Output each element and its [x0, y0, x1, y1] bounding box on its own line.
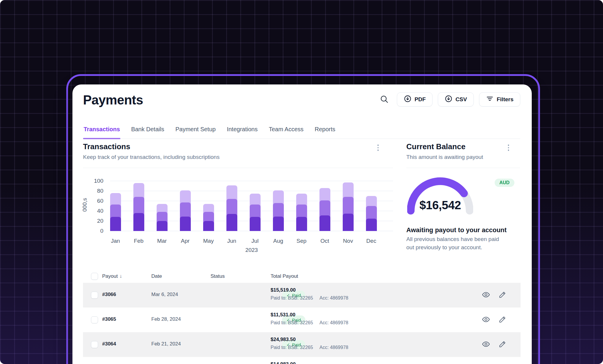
download-circle-icon	[445, 95, 453, 104]
table-row-3066[interactable]: #3066 Mar 6, 2024 ✓ Paid $15,519.00 Paid…	[83, 283, 521, 308]
pencil-icon	[499, 340, 506, 349]
bar-segment-tier-dark	[296, 217, 307, 231]
filter-lines-icon	[486, 95, 494, 104]
table-header: Payout ↓ Date Status Total Payout	[83, 271, 521, 283]
header-actions: PDF CSV Filters	[379, 92, 520, 107]
bar-jul[interactable]	[250, 181, 261, 231]
column-header-date[interactable]: Date	[151, 273, 162, 279]
total-payout-cell: $11,531.00 Paid to: BSB: 32265Acc: 48699…	[271, 312, 348, 325]
balance-description: All previous balances have been paid out…	[406, 235, 508, 252]
bar-segment-tier-dark	[366, 219, 377, 231]
edit-button[interactable]	[498, 316, 506, 324]
bar-jan[interactable]	[110, 181, 121, 231]
table-row-3064[interactable]: #3064 Feb 21, 2024 ✓ Paid $24,983.50 Pai…	[83, 332, 521, 357]
transactions-section-title: Transactions	[83, 142, 130, 151]
chart-x-axis-label: 2023	[110, 247, 393, 253]
balance-menu-button[interactable]	[504, 143, 513, 153]
bar-oct[interactable]	[319, 181, 330, 231]
sort-desc-icon: ↓	[120, 273, 122, 279]
bar-segment-tier-dark	[343, 214, 354, 231]
bar-segment-tier-dark	[203, 221, 214, 231]
tab-integrations[interactable]: Integrations	[226, 124, 258, 139]
payout-id: #3064	[102, 341, 116, 347]
table-row-3063[interactable]: #3063 Feb 14, 2024 ✓ Paid $14,983.00 Pai…	[83, 357, 521, 364]
screenshot-canvas: Payments PDF CSV Filters TransactionsBan…	[0, 0, 603, 364]
column-header-total-payout[interactable]: Total Payout	[271, 273, 298, 279]
view-button[interactable]	[482, 316, 490, 324]
tab-payment-setup[interactable]: Payment Setup	[175, 124, 216, 139]
edit-button[interactable]	[498, 291, 506, 299]
balance-divider	[406, 168, 520, 168]
bar-apr[interactable]	[180, 181, 191, 231]
tab-team-access[interactable]: Team Access	[268, 124, 304, 139]
bar-aug[interactable]	[273, 181, 284, 231]
x-tick-label-mar: Mar	[157, 238, 167, 244]
bar-feb[interactable]	[133, 181, 144, 231]
payout-amount: $14,983.00	[271, 361, 348, 364]
bar-sep[interactable]	[296, 181, 307, 231]
tab-transactions[interactable]: Transactions	[83, 124, 120, 139]
payout-id: #3065	[102, 316, 116, 322]
payout-date: Feb 28, 2024	[151, 316, 181, 322]
transactions-menu-button[interactable]	[374, 143, 382, 153]
bar-segment-tier-dark	[226, 214, 237, 231]
balance-amount: $16,542	[408, 199, 473, 212]
total-payout-cell: $24,983.50 Paid to: BSB: 32265Acc: 48699…	[271, 337, 348, 350]
x-tick-label-may: May	[203, 238, 214, 244]
x-tick-label-nov: Nov	[343, 238, 353, 244]
bar-dec[interactable]	[366, 181, 377, 231]
bar-nov[interactable]	[343, 181, 354, 231]
chart-y-axis-label: 000,s	[82, 187, 88, 222]
tab-bank-details[interactable]: Bank Details	[130, 124, 165, 139]
row-checkbox[interactable]	[91, 316, 98, 323]
transactions-bar-chart	[110, 181, 393, 231]
view-button[interactable]	[482, 340, 490, 349]
payout-id: #3066	[102, 292, 116, 297]
x-tick-label-jul: Jul	[251, 238, 259, 244]
view-button[interactable]	[482, 291, 490, 299]
table-row-3065[interactable]: #3065 Feb 28, 2024 ✓ Paid $11,531.00 Pai…	[83, 308, 521, 332]
bar-segment-tier-dark	[180, 217, 191, 231]
payout-amount: $11,531.00	[271, 312, 348, 318]
eye-icon	[482, 315, 490, 324]
y-tick-label: 100	[81, 178, 103, 184]
x-tick-label-dec: Dec	[366, 238, 376, 244]
balance-section-subtitle: This amount is awaiting payout	[406, 154, 483, 160]
payments-card: Payments PDF CSV Filters TransactionsBan…	[72, 84, 532, 364]
payout-amount: $24,983.50	[271, 337, 348, 343]
payout-amount: $15,519.00	[271, 287, 348, 293]
x-tick-label-jan: Jan	[111, 238, 120, 244]
payout-destination: Paid to: BSB: 32265Acc: 4869978	[271, 295, 348, 301]
search-icon	[380, 95, 389, 104]
filters-button[interactable]: Filters	[479, 92, 520, 107]
x-tick-label-feb: Feb	[134, 238, 144, 244]
tab-bar: TransactionsBank DetailsPayment SetupInt…	[83, 124, 336, 139]
bar-jun[interactable]	[226, 181, 237, 231]
search-button[interactable]	[379, 94, 389, 104]
bar-segment-tier-dark	[157, 221, 168, 231]
select-all-checkbox[interactable]	[91, 273, 98, 280]
bar-segment-tier-dark	[110, 217, 121, 231]
bar-may[interactable]	[203, 181, 214, 231]
bar-mar[interactable]	[157, 181, 168, 231]
chart-x-axis: JanFebMarAprMayJunJulAugSepOctNovDec	[110, 238, 393, 245]
edit-button[interactable]	[498, 340, 506, 349]
column-header-payout[interactable]: Payout ↓	[102, 273, 122, 279]
row-checkbox[interactable]	[91, 292, 98, 299]
balance-headline: Awaiting payout to your account	[406, 226, 507, 234]
kebab-vertical-icon	[508, 144, 509, 146]
eye-icon	[482, 291, 490, 300]
page-title: Payments	[83, 93, 143, 107]
transactions-divider	[83, 168, 393, 168]
y-tick-label: 0	[81, 228, 103, 234]
bar-segment-tier-dark	[319, 215, 330, 231]
pdf-button[interactable]: PDF	[397, 92, 433, 107]
x-tick-label-apr: Apr	[181, 238, 190, 244]
column-header-status[interactable]: Status	[211, 273, 225, 279]
balance-section-title: Current Balance	[406, 142, 465, 151]
tab-divider	[83, 139, 520, 139]
row-checkbox[interactable]	[91, 341, 98, 348]
tab-reports[interactable]: Reports	[314, 124, 336, 139]
x-tick-label-oct: Oct	[320, 238, 329, 244]
csv-button[interactable]: CSV	[438, 92, 474, 107]
